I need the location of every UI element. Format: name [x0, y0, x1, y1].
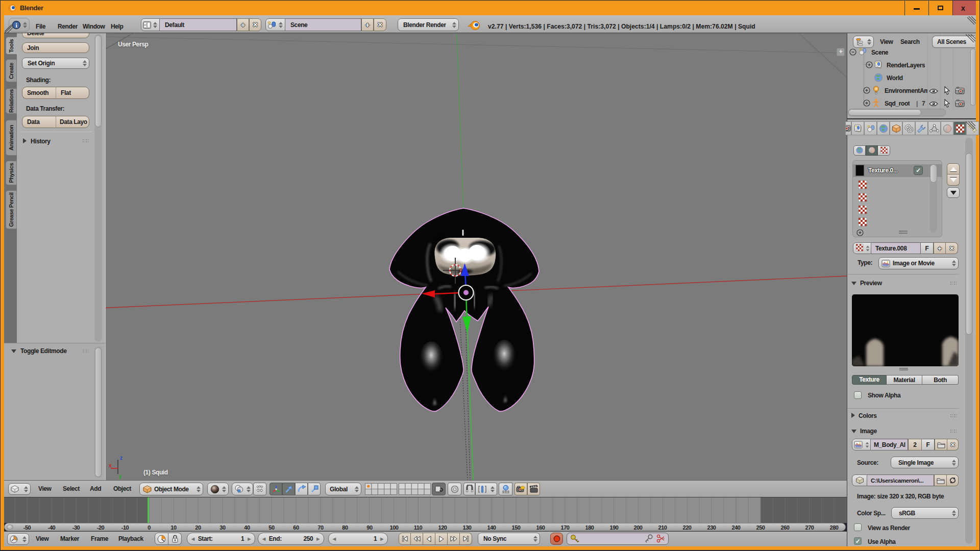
svg-text:x: x: [109, 463, 112, 468]
svg-text:40: 40: [244, 524, 250, 531]
svg-text:240: 240: [731, 524, 740, 531]
svg-text:110: 110: [414, 524, 423, 531]
svg-text:170: 170: [560, 524, 569, 531]
svg-text:-40: -40: [48, 524, 56, 531]
svg-text:20: 20: [195, 524, 201, 531]
svg-text:y: y: [119, 473, 122, 479]
svg-text:0: 0: [148, 524, 151, 531]
svg-text:90: 90: [366, 524, 373, 531]
svg-text:130: 130: [462, 524, 471, 531]
svg-text:70: 70: [317, 524, 324, 531]
svg-text:-20: -20: [97, 524, 105, 531]
svg-text:z: z: [120, 455, 122, 461]
svg-text:270: 270: [805, 524, 814, 531]
svg-text:280: 280: [829, 524, 838, 531]
svg-text:190: 190: [609, 524, 618, 531]
svg-text:120: 120: [438, 524, 447, 531]
svg-text:60: 60: [293, 524, 299, 531]
svg-text:80: 80: [342, 524, 348, 531]
svg-text:30: 30: [219, 524, 226, 531]
svg-text:250: 250: [756, 524, 765, 531]
svg-text:160: 160: [536, 524, 545, 531]
svg-text:210: 210: [658, 524, 667, 531]
svg-text:50: 50: [268, 524, 275, 531]
svg-text:150: 150: [511, 524, 520, 531]
svg-text:230: 230: [707, 524, 716, 531]
svg-text:140: 140: [487, 524, 496, 531]
svg-text:200: 200: [633, 524, 642, 531]
svg-text:-10: -10: [121, 524, 129, 531]
svg-text:220: 220: [682, 524, 691, 531]
svg-text:260: 260: [780, 524, 789, 531]
svg-text:180: 180: [585, 524, 594, 531]
svg-text:10: 10: [170, 524, 177, 531]
svg-text:100: 100: [389, 524, 398, 531]
svg-text:-50: -50: [23, 524, 31, 531]
svg-text:-30: -30: [72, 524, 80, 531]
